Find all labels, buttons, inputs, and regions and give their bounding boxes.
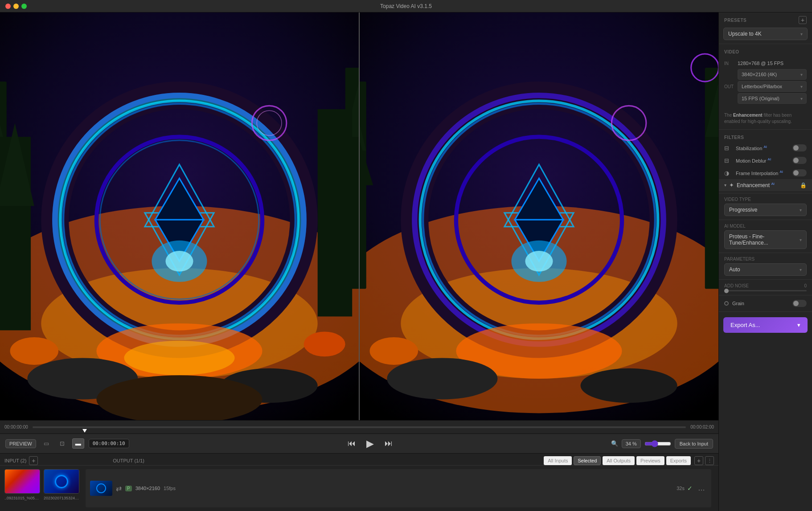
input-thumb-2[interactable]: 20230207135324.mp4... bbox=[44, 469, 79, 507]
motion-deblur-row: ⊟ Motion Deblur AI bbox=[719, 154, 812, 167]
svg-point-32 bbox=[304, 331, 345, 356]
enhancement-highlight: Enhancement bbox=[733, 113, 763, 118]
fit-mode-value: Letterbox/Pillarbox bbox=[742, 84, 782, 89]
grain-row: Grain bbox=[719, 297, 812, 310]
content-area: 00:00:00:00 00:00:02:00 PREVIEW ▭ ⊡ ▬ 00… bbox=[0, 12, 718, 511]
right-panel: PRESETS + Upscale to 4K ▾ VIDEO IN 1280×… bbox=[718, 12, 812, 511]
view-single-button[interactable]: ▭ bbox=[41, 438, 52, 449]
timeline-track[interactable] bbox=[33, 426, 686, 428]
bottom-panel: INPUT (2) + OUTPUT (1/1) All Inputs Sele… bbox=[0, 453, 718, 511]
window-controls[interactable] bbox=[5, 4, 27, 9]
video-in-row: IN 1280×768 @ 15 FPS bbox=[724, 61, 807, 66]
video-label: VIDEO bbox=[724, 49, 739, 54]
zoom-icon: 🔍 bbox=[611, 440, 618, 447]
stabilization-toggle[interactable] bbox=[792, 144, 807, 151]
view-split-button[interactable]: ⊡ bbox=[57, 438, 68, 449]
tab-all-outputs[interactable]: All Outputs bbox=[603, 456, 635, 465]
export-arrow: ▾ bbox=[797, 322, 800, 328]
presets-value: Upscale to 4K bbox=[728, 31, 762, 37]
add-output-button[interactable]: + bbox=[694, 456, 703, 465]
stabilization-icon: ⊟ bbox=[724, 145, 732, 151]
input-thumb-1[interactable]: ..09231015_%05d.png... bbox=[4, 469, 40, 507]
add-input-button[interactable]: + bbox=[29, 456, 38, 465]
enhancement-star-icon: ✦ bbox=[729, 182, 734, 188]
output-duration: 32s ✓ bbox=[677, 485, 693, 492]
filters-section-header: FILTERS bbox=[719, 131, 812, 142]
parameters-dropdown[interactable]: Auto ▾ bbox=[724, 263, 807, 276]
svg-point-31 bbox=[10, 337, 59, 365]
bottom-content: ..09231015_%05d.png... 20230207135324.mp… bbox=[0, 466, 718, 511]
fps-dropdown[interactable]: 15 FPS (Original) ▾ bbox=[738, 93, 807, 104]
preview-button[interactable]: PREVIEW bbox=[5, 439, 36, 448]
frame-interp-toggle[interactable] bbox=[792, 169, 807, 176]
play-button[interactable]: ▶ bbox=[365, 436, 376, 451]
enhancement-header: ▾ ✦ Enhancement AI 🔒 bbox=[719, 179, 812, 191]
controls-bar: PREVIEW ▭ ⊡ ▬ 00:00:00:10 ⏮ ▶ ⏭ 🔍 34 % B… bbox=[0, 433, 718, 453]
video-left bbox=[0, 12, 359, 420]
grain-toggle[interactable] bbox=[792, 300, 807, 307]
fit-arrow: ▾ bbox=[800, 84, 803, 89]
output-thumbnail bbox=[90, 481, 112, 496]
presets-section-header: PRESETS + bbox=[719, 12, 812, 26]
frame-interp-knob bbox=[793, 170, 799, 176]
input-thumbnail-1[interactable] bbox=[4, 469, 40, 494]
output-row[interactable]: ⇄ P 3840×2160 15fps 32s ✓ … bbox=[86, 469, 711, 507]
parameters-section: PARAMETERS Auto ▾ bbox=[719, 255, 812, 278]
zoom-slider[interactable] bbox=[644, 440, 671, 447]
output-more-button[interactable]: … bbox=[696, 483, 707, 493]
fit-mode-dropdown[interactable]: Letterbox/Pillarbox ▾ bbox=[738, 81, 807, 92]
tab-exports[interactable]: Exports bbox=[666, 456, 691, 465]
stabilization-knob bbox=[793, 145, 799, 151]
video-out-label: OUT bbox=[724, 84, 735, 89]
timeline[interactable]: 00:00:00:00 00:00:02:00 bbox=[0, 420, 718, 433]
output-duration-value: 32s bbox=[677, 486, 685, 491]
output-info: ⇄ P 3840×2160 15fps bbox=[116, 484, 673, 493]
ai-model-section: AI MODEL Proteus - Fine-Tune/Enhance... … bbox=[719, 222, 812, 251]
export-button[interactable]: Export As... ▾ bbox=[723, 317, 808, 333]
divider-8 bbox=[719, 311, 812, 312]
ai-model-dropdown[interactable]: Proteus - Fine-Tune/Enhance... ▾ bbox=[724, 230, 807, 249]
svg-point-53 bbox=[525, 251, 553, 272]
parameters-value: Auto bbox=[729, 266, 740, 273]
grain-knob bbox=[793, 301, 799, 306]
close-button[interactable] bbox=[5, 4, 11, 9]
presets-add-button[interactable]: + bbox=[799, 16, 807, 24]
output-options-button[interactable]: ⋮ bbox=[705, 456, 714, 465]
divider-5 bbox=[719, 253, 812, 253]
divider-4 bbox=[719, 220, 812, 220]
video-type-label: VIDEO TYPE bbox=[724, 197, 807, 202]
maximize-button[interactable] bbox=[21, 4, 27, 9]
divider-6 bbox=[719, 279, 812, 280]
minimize-button[interactable] bbox=[13, 4, 19, 9]
tab-all-inputs[interactable]: All Inputs bbox=[544, 456, 572, 465]
divider-2 bbox=[719, 129, 812, 130]
timeline-end: 00:00:02:00 bbox=[690, 425, 714, 429]
bottom-tabs: INPUT (2) + OUTPUT (1/1) All Inputs Sele… bbox=[0, 454, 718, 466]
divider-7 bbox=[719, 295, 812, 295]
svg-point-25 bbox=[124, 341, 234, 376]
tab-previews[interactable]: Previews bbox=[636, 456, 664, 465]
step-back-button[interactable]: ⏮ bbox=[346, 437, 357, 450]
stabilization-row: ⊟ Stabilization AI bbox=[719, 142, 812, 154]
output-label: OUTPUT (1/1) bbox=[113, 456, 144, 465]
back-to-input-button[interactable]: Back to Input bbox=[675, 439, 713, 449]
input-thumbnail-2[interactable] bbox=[44, 469, 79, 494]
timeline-start: 00:00:00:00 bbox=[4, 425, 28, 429]
motion-deblur-toggle[interactable] bbox=[792, 157, 807, 164]
presets-dropdown[interactable]: Upscale to 4K ▾ bbox=[723, 28, 808, 40]
video-type-arrow: ▾ bbox=[800, 208, 802, 213]
video-in-value: 1280×768 @ 15 FPS bbox=[738, 61, 783, 66]
presets-label: PRESETS bbox=[724, 18, 746, 23]
zoom-control[interactable]: 34 % bbox=[622, 439, 641, 448]
add-noise-label: ADD NOISE bbox=[724, 283, 749, 288]
noise-slider[interactable] bbox=[724, 290, 807, 291]
tab-selected[interactable]: Selected bbox=[574, 456, 601, 465]
video-type-dropdown[interactable]: Progressive ▾ bbox=[724, 204, 807, 216]
motion-deblur-knob bbox=[793, 158, 799, 163]
step-forward-button[interactable]: ⏭ bbox=[383, 437, 394, 450]
view-side-by-side-button[interactable]: ▬ bbox=[72, 438, 84, 449]
parameters-label: PARAMETERS bbox=[724, 257, 807, 262]
output-fps: 15fps bbox=[164, 486, 176, 491]
output-res-dropdown[interactable]: 3840×2160 (4K) ▾ bbox=[738, 69, 807, 80]
fps-arrow: ▾ bbox=[800, 96, 803, 101]
